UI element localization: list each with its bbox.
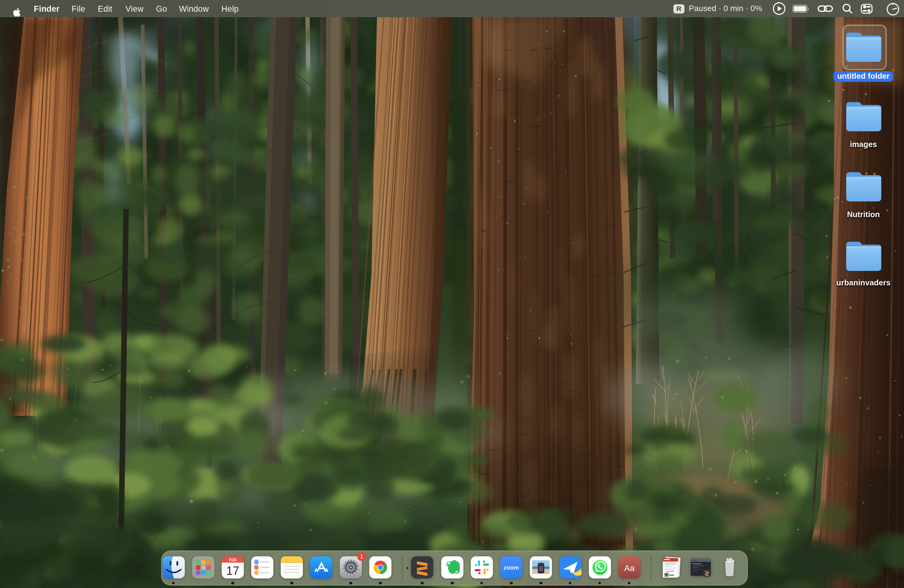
svg-text:Aa: Aa [624, 563, 635, 573]
svg-text:17: 17 [226, 564, 239, 577]
svg-text:FEB: FEB [229, 558, 237, 562]
svg-text:zoom: zoom [504, 564, 519, 571]
